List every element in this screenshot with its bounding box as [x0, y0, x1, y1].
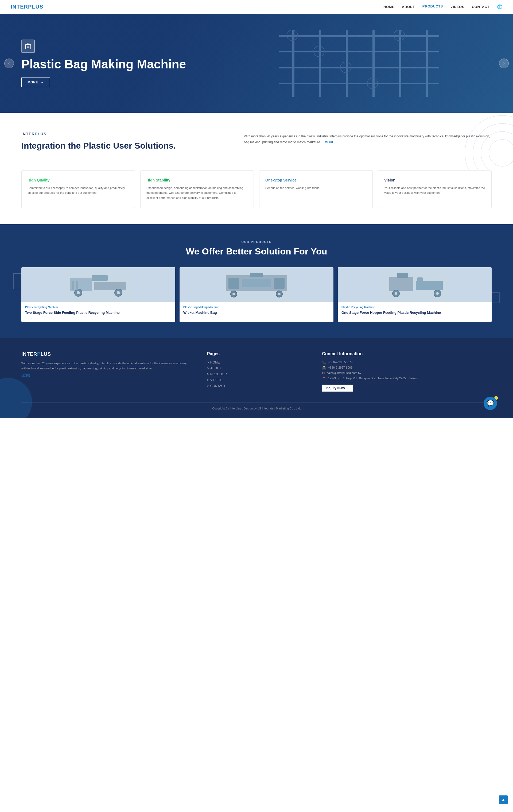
logo[interactable]: INTERPLUS — [11, 4, 43, 10]
footer-link-home[interactable]: HOME — [207, 360, 306, 364]
svg-rect-2 — [279, 67, 439, 68]
nav-home[interactable]: HOME — [384, 5, 394, 9]
svg-rect-9 — [426, 30, 428, 97]
about-more-link[interactable]: MORE — [325, 140, 334, 144]
recycling-machine-1-illustration — [21, 267, 175, 302]
footer-address: 📍 12F-3, No. 1, Heyi Rd., Banqiao Dist.,… — [322, 377, 492, 380]
svg-point-47 — [395, 292, 397, 295]
footer-contact-title: Contact Information — [322, 351, 492, 356]
svg-rect-6 — [346, 30, 348, 97]
products-carousel: ← — [21, 267, 492, 322]
logo-text: INTERPLUS — [11, 4, 43, 10]
footer-pages-title: Pages — [207, 351, 306, 356]
svg-point-21 — [489, 140, 513, 166]
svg-point-49 — [436, 292, 439, 295]
products-section: OUR PRODUCTS We Offer Better Solution Fo… — [0, 224, 513, 338]
footer-fax-number: +886-2-2967-8069 — [328, 366, 353, 369]
svg-rect-29 — [92, 275, 108, 281]
products-label: OUR PRODUCTS — [21, 240, 492, 243]
hero-more-button[interactable]: MORE → — [21, 78, 50, 87]
feature-desc-quality: Committed to our philosophy to achieve i… — [28, 185, 129, 195]
hero-prev-button[interactable]: ‹ — [4, 59, 14, 68]
hero-next-button[interactable]: › — [499, 59, 509, 68]
svg-rect-3 — [279, 83, 439, 84]
footer-pages: Pages HOME ABOUT PRODUCTS VIDEOS CONTACT — [207, 351, 306, 392]
svg-rect-36 — [274, 278, 284, 289]
hero-title: Plastic Bag Making Machine — [21, 57, 186, 71]
nav-videos[interactable]: VIDEOS — [451, 5, 464, 9]
feature-card-stability: High Stability Experienced design, deman… — [140, 170, 254, 208]
about-right: With more than 20 years experiences in t… — [244, 132, 492, 145]
svg-point-40 — [278, 293, 280, 295]
svg-rect-7 — [372, 30, 374, 97]
feature-desc-vision: Your reliable and best partner for the p… — [384, 185, 485, 195]
svg-rect-8 — [399, 30, 401, 97]
svg-rect-43 — [389, 277, 413, 291]
footer-email: ✉ sales@interplusltd.com.tw — [322, 371, 492, 375]
product-card-2[interactable]: Plastic Bag Making Machine Wicket Machin… — [180, 267, 333, 322]
svg-rect-24 — [94, 282, 126, 290]
location-icon: 📍 — [322, 377, 326, 380]
footer-inquiry-button[interactable]: Inquiry NOW → — [322, 385, 353, 392]
email-icon: ✉ — [322, 371, 325, 375]
footer-link-videos[interactable]: VIDEOS — [207, 378, 306, 382]
bag-icon — [24, 42, 32, 50]
product-card-1[interactable]: Plastic Recycling Machine Two Stage Forc… — [21, 267, 175, 322]
svg-point-19 — [473, 123, 513, 170]
footer-copyright: Copyright By Interplus . Design by LS In… — [212, 407, 301, 410]
about-left: INTERPLUS Integration the Plastic User S… — [21, 132, 228, 151]
products-next-button[interactable]: → — [494, 292, 500, 298]
wicket-machine-illustration — [180, 267, 333, 302]
about-desc-text: With more than 20 years experiences in t… — [244, 135, 490, 144]
nav-products[interactable]: PRODUCTS — [422, 4, 443, 9]
footer-link-products[interactable]: PRODUCTS — [207, 372, 306, 376]
footer-link-contact[interactable]: CONTACT — [207, 384, 306, 388]
svg-rect-30 — [71, 281, 74, 290]
footer-brand: INTERPLUS With more than 20 years experi… — [21, 351, 191, 392]
product-category-2: Plastic Bag Making Machine — [183, 306, 330, 309]
svg-rect-15 — [25, 45, 31, 49]
footer-email-address: sales@interplusltd.com.tw — [327, 371, 361, 374]
product-body-3: Plastic Recycling Machine One Stage Forc… — [338, 302, 492, 322]
footer-link-about[interactable]: ABOUT — [207, 367, 306, 370]
product-body-2: Plastic Bag Making Machine Wicket Machin… — [180, 302, 333, 322]
about-description: With more than 20 years experiences in t… — [244, 134, 492, 145]
feature-title-vision: Vision — [384, 178, 485, 182]
recycling-machine-2-illustration — [338, 267, 492, 302]
footer: INTERPLUS With more than 20 years experi… — [0, 338, 513, 418]
product-name-1: Two Stage Force Side Feeding Plastic Rec… — [25, 310, 172, 317]
footer-more-link[interactable]: MORE — [21, 374, 30, 377]
product-name-2: Wicket Machine Bag — [183, 310, 330, 317]
product-card-3[interactable]: Plastic Recycling Machine One Stage Forc… — [338, 267, 492, 322]
svg-rect-4 — [292, 30, 295, 97]
svg-rect-45 — [397, 272, 408, 278]
footer-bottom: Copyright By Interplus . Design by LS In… — [21, 402, 492, 410]
products-prev-button[interactable]: ← — [13, 292, 19, 298]
feature-title-service: One-Stop Service — [265, 178, 367, 182]
product-category-1: Plastic Recycling Machine — [25, 306, 172, 309]
features-row: High Quality Committed to our philosophy… — [0, 170, 513, 224]
svg-point-38 — [233, 293, 235, 295]
product-name-3: One Stage Force Hopper Feeding Plastic R… — [341, 310, 488, 317]
hero-btn-arrow-icon: → — [40, 81, 44, 84]
feature-desc-service: Serious on the service, working like fri… — [265, 185, 367, 191]
footer-phone-number: +886-2-2967-8079 — [328, 360, 353, 364]
fax-icon: 📠 — [322, 366, 326, 370]
products-grid: Plastic Recycling Machine Two Stage Forc… — [21, 267, 492, 322]
feature-card-quality: High Quality Committed to our philosophy… — [21, 170, 135, 208]
svg-rect-0 — [279, 35, 439, 37]
product-image-3 — [338, 267, 492, 302]
phone-icon: 📞 — [322, 360, 326, 364]
about-title: Integration the Plastic User Solutions. — [21, 140, 228, 151]
language-icon[interactable]: 🌐 — [497, 4, 502, 9]
nav-about[interactable]: ABOUT — [402, 5, 415, 9]
nav-contact[interactable]: CONTACT — [472, 5, 489, 9]
footer-fax: 📠 +886-2-2967-8069 — [322, 366, 492, 370]
product-image-2 — [180, 267, 333, 302]
hero-btn-label: MORE — [28, 81, 38, 84]
feature-title-stability: High Stability — [146, 178, 248, 182]
chat-button[interactable]: 💬 — [484, 397, 497, 410]
product-body-1: Plastic Recycling Machine Two Stage Forc… — [21, 302, 175, 322]
footer-contact: Contact Information 📞 +886-2-2967-8079 📠… — [322, 351, 492, 392]
svg-rect-35 — [242, 279, 271, 287]
